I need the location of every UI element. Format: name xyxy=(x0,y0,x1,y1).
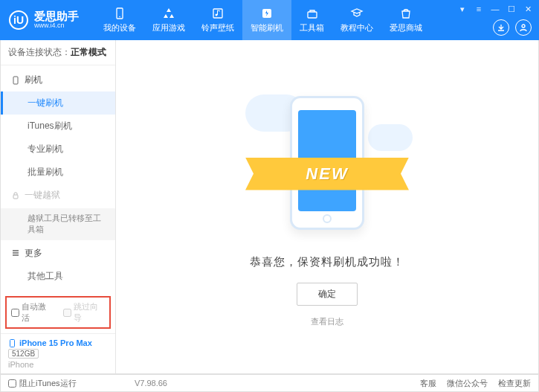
app-subtitle: www.i4.cn xyxy=(34,22,79,30)
svg-rect-8 xyxy=(13,195,18,199)
options-row: 自动激活 跳过向导 xyxy=(5,296,111,329)
menu-batch-flash[interactable]: 批量刷机 xyxy=(1,161,115,184)
download-button[interactable] xyxy=(493,19,509,36)
nav-apps[interactable]: 应用游戏 xyxy=(144,0,193,40)
main-nav: 我的设备 应用游戏 铃声壁纸 智能刷机 工具箱 教程中心 爱思商城 xyxy=(95,0,430,40)
new-ribbon: NEW xyxy=(245,158,409,190)
block-itunes-checkbox[interactable]: 阻止iTunes运行 xyxy=(8,378,77,389)
user-button[interactable] xyxy=(515,19,532,36)
confirm-button[interactable]: 确定 xyxy=(297,283,358,306)
view-log-link[interactable]: 查看日志 xyxy=(311,316,343,327)
footer-wechat[interactable]: 微信公众号 xyxy=(447,378,488,389)
nav-toolbox[interactable]: 工具箱 xyxy=(291,0,332,40)
version-label: V7.98.66 xyxy=(135,379,167,388)
apps-icon xyxy=(162,7,175,20)
menu-itunes-flash[interactable]: iTunes刷机 xyxy=(1,115,115,138)
store-icon xyxy=(399,7,413,20)
tutorial-icon xyxy=(350,7,364,20)
svg-rect-9 xyxy=(10,339,15,347)
nav-store[interactable]: 爱思商城 xyxy=(381,0,430,40)
sidebar: 设备连接状态：正常模式 刷机 一键刷机 iTunes刷机 专业刷机 批量刷机 一… xyxy=(1,40,116,373)
lock-icon xyxy=(11,191,20,200)
success-message: 恭喜您，保资料刷机成功啦！ xyxy=(250,255,404,269)
skip-guide-checkbox[interactable]: 跳过向导 xyxy=(63,301,105,324)
footer: 阻止iTunes运行 V7.98.66 客服 微信公众号 检查更新 xyxy=(0,374,539,392)
auto-activate-checkbox[interactable]: 自动激活 xyxy=(11,301,53,324)
phone-icon xyxy=(8,339,16,347)
close-icon[interactable]: ✕ xyxy=(523,4,533,14)
footer-support[interactable]: 客服 xyxy=(420,378,436,389)
device-info: iPhone 15 Pro Max 512GB iPhone xyxy=(1,333,115,373)
main-content: NEW 恭喜您，保资料刷机成功啦！ 确定 查看日志 xyxy=(116,40,538,373)
menu-oneclick-flash[interactable]: 一键刷机 xyxy=(1,91,115,115)
svg-point-6 xyxy=(522,25,525,28)
maximize-icon[interactable]: ☐ xyxy=(506,4,517,14)
jailbreak-info: 越狱工具已转移至工具箱 xyxy=(1,208,115,240)
device-storage: 512GB xyxy=(8,349,39,359)
minimize-icon[interactable]: — xyxy=(490,4,500,14)
logo-section: iU 爱思助手 www.i4.cn xyxy=(0,10,88,30)
nav-my-device[interactable]: 我的设备 xyxy=(95,0,144,40)
success-illustration: NEW xyxy=(260,87,394,243)
nav-ringtones[interactable]: 铃声壁纸 xyxy=(193,0,242,40)
menu-flash-group[interactable]: 刷机 xyxy=(1,68,115,91)
nav-smart-flash[interactable]: 智能刷机 xyxy=(242,0,291,40)
svg-rect-7 xyxy=(13,77,18,84)
svg-rect-5 xyxy=(308,12,317,18)
app-header: iU 爱思助手 www.i4.cn 我的设备 应用游戏 铃声壁纸 智能刷机 工具… xyxy=(0,0,539,40)
device-icon xyxy=(113,7,126,20)
toolbox-icon xyxy=(306,7,319,20)
app-title: 爱思助手 xyxy=(34,10,79,22)
menu-icon[interactable]: ▾ xyxy=(457,4,468,14)
connection-status: 设备连接状态：正常模式 xyxy=(1,40,115,65)
phone-icon xyxy=(11,76,20,85)
menu-pro-flash[interactable]: 专业刷机 xyxy=(1,138,115,161)
menu-download-firmware[interactable]: 下载固件 xyxy=(1,288,115,292)
menu-other-tools[interactable]: 其他工具 xyxy=(1,265,115,288)
footer-update[interactable]: 检查更新 xyxy=(498,378,531,389)
menu-more-group[interactable]: 更多 xyxy=(1,242,115,265)
flash-icon xyxy=(260,7,274,20)
svg-point-1 xyxy=(119,16,120,18)
menu-jailbreak-group: 一键越狱 xyxy=(1,184,115,207)
device-type: iPhone xyxy=(8,360,108,369)
device-name[interactable]: iPhone 15 Pro Max xyxy=(8,338,108,347)
settings-icon[interactable]: ≡ xyxy=(474,4,484,14)
media-icon xyxy=(211,7,225,20)
list-icon xyxy=(11,248,20,257)
nav-tutorials[interactable]: 教程中心 xyxy=(332,0,381,40)
logo-icon: iU xyxy=(9,10,28,30)
window-controls: ▾ ≡ — ☐ ✕ xyxy=(457,4,533,14)
